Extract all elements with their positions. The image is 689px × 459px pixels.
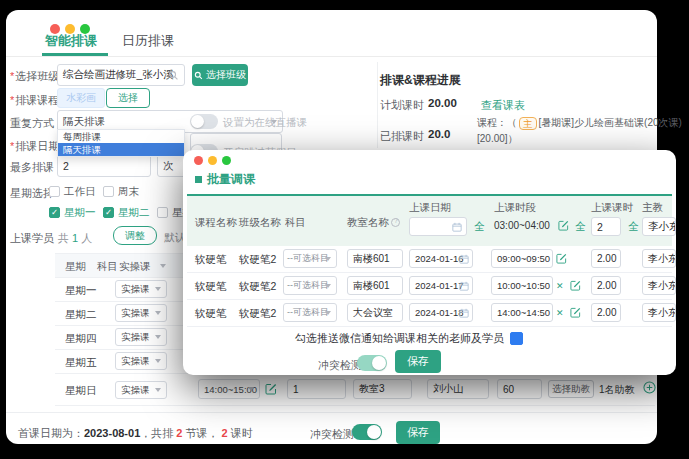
modal-table-header: 课程名称 班级名称 科目 教室名称 上课日期 全 上课时段 03:00~04:0… [187,196,672,247]
subject-select[interactable]: 实操课 [115,304,167,322]
row-hours-input[interactable]: 2.00 [591,303,621,322]
subject-select[interactable]: 实操课 [115,381,167,399]
dropdown-option-weekly[interactable]: 每周排课 [58,130,184,143]
course-label: 排课课程 [10,93,59,108]
row-class-name: 软硬笔2 [239,280,276,294]
weekday-name: 星期五 [65,356,97,370]
sunday-room-value: 教室3 [359,382,385,396]
apply-all-date-input[interactable] [409,217,467,236]
zoom-modal-button[interactable] [222,156,231,165]
apply-all-date-link[interactable]: 全 [474,220,485,234]
close-modal-button[interactable] [194,156,203,165]
row-hours-input[interactable]: 2.00 [591,249,621,268]
row-time-input[interactable]: 10:00~10:50 [491,276,553,295]
view-timetable-link[interactable]: 查看课表 [481,98,525,113]
chevron-down-icon [155,287,161,294]
edit-pencil-icon[interactable] [556,253,567,264]
col-room: 教室名称 [347,216,400,230]
apply-all-hours-input[interactable]: 2 [591,217,621,236]
subject-select[interactable]: 实操课 [115,352,167,370]
weekday-name: 星期四 [65,332,97,346]
save-button[interactable]: 保存 [396,421,440,444]
row-hours-input[interactable]: 2.00 [591,276,621,295]
subject-select[interactable]: 实操课 [115,280,167,298]
sunday-room-input[interactable]: 教室3 [353,379,412,399]
sunday-teacher-input[interactable]: 刘小山 [427,379,489,399]
edit-pencil-icon[interactable] [570,280,581,291]
save-label: 保存 [407,425,429,440]
row-subject-select[interactable]: --可选科目 [283,303,337,322]
tab-calendar-scheduling[interactable]: 日历排课 [122,32,174,50]
first-lesson-summary: 首课日期为：2023-08-01，共排 2 节课， 2 课时 [18,426,253,441]
select-class-button[interactable]: 选择班级 [192,64,248,86]
row-time-cell: 14:00~14:50 [491,303,581,322]
edit-pencil-icon[interactable] [558,220,569,231]
row-room-input[interactable]: 南楼601 [347,276,403,295]
planned-hours-value: 20.00 [428,97,457,109]
subject-select[interactable]: 实操课 [115,328,167,346]
close-icon[interactable] [556,308,564,318]
conflict-check-toggle[interactable] [352,424,382,440]
row-date-input[interactable]: 2024-01-16 [409,249,473,268]
row-time-input[interactable]: 14:00~14:50 [491,303,553,322]
summary-seg2: 节课， [182,427,221,439]
apply-all-hours-link[interactable]: 全 [628,220,639,234]
col-date: 上课日期 [409,201,451,215]
adjust-students-button[interactable]: 调整 [113,226,157,245]
row-subject-select[interactable]: --可选科目 [283,249,337,268]
select-course-label: 选择 [118,91,138,105]
tuesday-checkbox[interactable] [103,207,114,218]
sunday-time-select[interactable]: 14:00~15:00 [198,379,260,399]
chevron-down-icon [248,387,254,394]
question-circle-icon[interactable] [391,218,400,227]
minimize-modal-button[interactable] [208,156,217,165]
reschedule-row: 软硬笔 软硬笔2 --可选科目 南楼601 2024-01-16 [187,246,672,273]
sunday-lessons-input[interactable]: 1 [287,379,346,399]
weekday-name: 星期一 [65,284,97,298]
live-class-toggle[interactable] [190,114,218,129]
row-subject-select[interactable]: --可选科目 [283,276,337,295]
weekend-checkbox[interactable] [103,186,114,197]
notify-row: 勾选推送微信通知给调课相关的老师及学员 [295,331,523,346]
workday-checkbox[interactable] [49,186,60,197]
wednesday-checkbox[interactable] [157,207,168,218]
edit-pencil-icon[interactable] [570,307,581,318]
select-assistant-button[interactable]: 选择助教 [548,380,594,398]
apply-all-time-value[interactable]: 03:00~04:00 [494,220,550,231]
row-teacher-input[interactable]: 李小东 [642,249,676,268]
modal-conflict-toggle[interactable] [357,355,387,371]
row-teacher-input[interactable]: 李小东 [642,303,676,322]
row-time-input[interactable]: 09:00~09:50 [491,249,553,268]
summary-seg3: 课时 [228,427,253,439]
edit-pencil-icon[interactable] [265,383,277,395]
apply-all-time-link[interactable]: 全 [575,220,586,234]
row-date-input[interactable]: 2024-01-17 [409,276,473,295]
max-lessons-input[interactable]: 2 [57,154,151,177]
apply-all-teacher-input[interactable]: 李小东 [642,217,676,236]
repeat-mode-label: 重复方式 [10,116,54,131]
row-room-input[interactable]: 大会议室 [347,303,403,322]
close-icon[interactable] [556,281,564,291]
monday-checkbox[interactable] [49,207,60,218]
col-teacher: 主教 [642,201,663,215]
dropdown-option-alternate-day[interactable]: 隔天排课 [58,143,184,156]
chevron-down-icon [325,257,331,264]
footer-divider [6,412,657,413]
notify-checkbox[interactable] [510,332,523,345]
select-course-button[interactable]: 选择 [106,88,150,108]
plus-circle-icon[interactable] [643,381,656,394]
row-teacher-input[interactable]: 李小东 [642,276,676,295]
chevron-down-icon[interactable] [160,264,166,271]
row-room-input[interactable]: 南楼601 [347,249,403,268]
sunday-minutes-input[interactable]: 60 [497,379,542,399]
students-label: 上课学员 [10,231,54,246]
class-search-input[interactable]: 综合绘画进修班_张小溪 [57,64,185,86]
tab-smart-scheduling[interactable]: 智能排课 [45,32,97,50]
course-name: [暑期课]少儿绘画基础课(20次课) [539,116,682,130]
header-subject-value[interactable]: 实操课 [119,260,151,274]
week-select-label: 星期选择 [10,186,54,201]
notify-text: 勾选推送微信通知给调课相关的老师及学员 [295,331,504,346]
weekday-name: 星期日 [65,384,97,398]
row-date-input[interactable]: 2024-01-18 [409,303,473,322]
modal-save-button[interactable]: 保存 [395,350,441,373]
